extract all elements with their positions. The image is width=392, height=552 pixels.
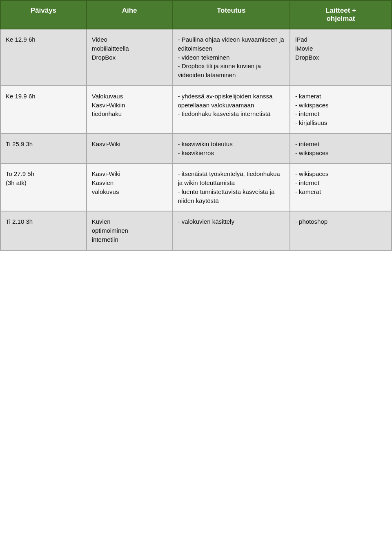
table-row: Ke 19.9 6hValokuvaus Kasvi-Wikiin tiedon… (0, 86, 392, 134)
cell-day: Ke 19.9 6h (0, 86, 87, 134)
cell-subject: Valokuvaus Kasvi-Wikiin tiedonhaku (87, 86, 173, 134)
cell-tools: iPad iMovie DropBox (290, 29, 392, 86)
table-row: Ti 25.9 3hKasvi-Wiki- kasviwikin toteutu… (0, 134, 392, 164)
cell-tools: - kamerat - wikispaces - internet - kirj… (290, 86, 392, 134)
cell-subject: Kasvi-Wiki Kasvien valokuvus (87, 163, 173, 211)
cell-subject: Video mobiilaitteella DropBox (87, 29, 173, 86)
header-subject: Aihe (87, 0, 173, 29)
header-tools: Laitteet + ohjelmat (290, 0, 392, 29)
table-row: To 27.9 5h (3h atk)Kasvi-Wiki Kasvien va… (0, 163, 392, 211)
cell-implementation: - kasviwikin toteutus - kasvikierros (173, 134, 290, 164)
cell-subject: Kasvi-Wiki (87, 134, 173, 164)
cell-subject: Kuvien optimoiminen internetiin (87, 211, 173, 250)
cell-implementation: - Pauliina ohjaa videon kuvaamiseen ja e… (173, 29, 290, 86)
cell-day: To 27.9 5h (3h atk) (0, 163, 87, 211)
cell-implementation: - yhdessä av-opiskelijoiden kanssa opete… (173, 86, 290, 134)
cell-implementation: - itsenäistä työskentelyä, tiedonhakua j… (173, 163, 290, 211)
cell-tools: - photoshop (290, 211, 392, 250)
cell-tools: - wikispaces - internet - kamerat (290, 163, 392, 211)
cell-day: Ke 12.9 6h (0, 29, 87, 86)
table-row: Ti 2.10 3hKuvien optimoiminen internetii… (0, 211, 392, 250)
cell-day: Ti 2.10 3h (0, 211, 87, 250)
header-implementation: Toteutus (173, 0, 290, 29)
cell-tools: - internet - wikispaces (290, 134, 392, 164)
cell-day: Ti 25.9 3h (0, 134, 87, 164)
header-day: Päiväys (0, 0, 87, 29)
cell-implementation: - valokuvien käsittely (173, 211, 290, 250)
table-row: Ke 12.9 6hVideo mobiilaitteella DropBox-… (0, 29, 392, 86)
